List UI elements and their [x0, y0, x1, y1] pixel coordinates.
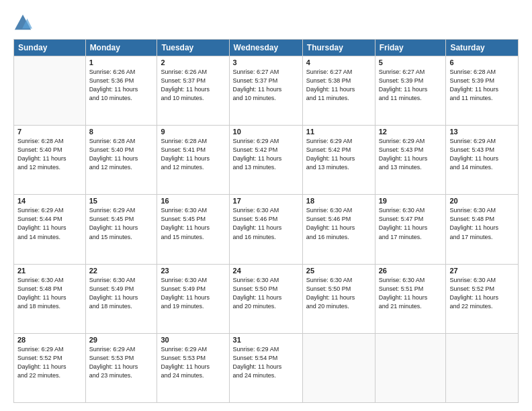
- day-info: Sunrise: 6:27 AM Sunset: 5:38 PM Dayligh…: [306, 68, 371, 103]
- day-info: Sunrise: 6:30 AM Sunset: 5:48 PM Dayligh…: [17, 276, 82, 311]
- day-number: 6: [449, 58, 515, 66]
- day-number: 3: [233, 58, 299, 66]
- day-info: Sunrise: 6:30 AM Sunset: 5:50 PM Dayligh…: [306, 276, 371, 311]
- header-thursday: Thursday: [302, 40, 375, 56]
- day-cell: 2Sunrise: 6:26 AM Sunset: 5:37 PM Daylig…: [157, 56, 229, 126]
- day-number: 4: [306, 58, 371, 66]
- day-number: 12: [379, 128, 443, 136]
- day-number: 14: [17, 197, 82, 205]
- day-info: Sunrise: 6:28 AM Sunset: 5:39 PM Dayligh…: [449, 68, 515, 103]
- header-monday: Monday: [85, 40, 157, 56]
- day-info: Sunrise: 6:29 AM Sunset: 5:45 PM Dayligh…: [89, 206, 154, 241]
- day-number: 21: [17, 267, 82, 275]
- day-cell: 3Sunrise: 6:27 AM Sunset: 5:37 PM Daylig…: [229, 56, 302, 126]
- day-info: Sunrise: 6:29 AM Sunset: 5:52 PM Dayligh…: [17, 345, 82, 380]
- day-info: Sunrise: 6:29 AM Sunset: 5:42 PM Dayligh…: [306, 137, 371, 172]
- day-info: Sunrise: 6:30 AM Sunset: 5:49 PM Dayligh…: [89, 276, 154, 311]
- day-info: Sunrise: 6:27 AM Sunset: 5:39 PM Dayligh…: [379, 68, 443, 103]
- day-info: Sunrise: 6:29 AM Sunset: 5:53 PM Dayligh…: [89, 345, 154, 380]
- day-cell: 1Sunrise: 6:26 AM Sunset: 5:36 PM Daylig…: [85, 56, 157, 126]
- day-cell: 28Sunrise: 6:29 AM Sunset: 5:52 PM Dayli…: [14, 333, 86, 402]
- day-number: 31: [233, 336, 299, 344]
- day-cell: [375, 333, 446, 402]
- day-number: 17: [233, 197, 299, 205]
- day-info: Sunrise: 6:30 AM Sunset: 5:46 PM Dayligh…: [306, 206, 371, 241]
- day-cell: 6Sunrise: 6:28 AM Sunset: 5:39 PM Daylig…: [446, 56, 519, 126]
- day-info: Sunrise: 6:29 AM Sunset: 5:54 PM Dayligh…: [233, 345, 299, 380]
- day-cell: 4Sunrise: 6:27 AM Sunset: 5:38 PM Daylig…: [302, 56, 375, 126]
- day-info: Sunrise: 6:26 AM Sunset: 5:36 PM Dayligh…: [89, 68, 154, 103]
- header-sunday: Sunday: [14, 40, 86, 56]
- day-number: 18: [306, 197, 371, 205]
- day-cell: 12Sunrise: 6:29 AM Sunset: 5:43 PM Dayli…: [375, 126, 446, 195]
- day-cell: 14Sunrise: 6:29 AM Sunset: 5:44 PM Dayli…: [14, 195, 86, 264]
- day-number: 30: [161, 336, 225, 344]
- day-cell: 30Sunrise: 6:29 AM Sunset: 5:53 PM Dayli…: [157, 333, 229, 402]
- calendar-table: SundayMondayTuesdayWednesdayThursdayFrid…: [13, 39, 519, 403]
- day-cell: 13Sunrise: 6:29 AM Sunset: 5:43 PM Dayli…: [446, 126, 519, 195]
- header-friday: Friday: [375, 40, 446, 56]
- logo: [13, 13, 35, 32]
- day-number: 20: [449, 197, 515, 205]
- day-number: 28: [17, 336, 82, 344]
- day-cell: 26Sunrise: 6:30 AM Sunset: 5:51 PM Dayli…: [375, 264, 446, 333]
- day-info: Sunrise: 6:29 AM Sunset: 5:42 PM Dayligh…: [233, 137, 299, 172]
- day-cell: 29Sunrise: 6:29 AM Sunset: 5:53 PM Dayli…: [85, 333, 157, 402]
- day-cell: 18Sunrise: 6:30 AM Sunset: 5:46 PM Dayli…: [302, 195, 375, 264]
- day-info: Sunrise: 6:30 AM Sunset: 5:49 PM Dayligh…: [161, 276, 225, 311]
- day-number: 9: [161, 128, 225, 136]
- day-cell: 19Sunrise: 6:30 AM Sunset: 5:47 PM Dayli…: [375, 195, 446, 264]
- day-cell: 9Sunrise: 6:28 AM Sunset: 5:41 PM Daylig…: [157, 126, 229, 195]
- day-cell: 7Sunrise: 6:28 AM Sunset: 5:40 PM Daylig…: [14, 126, 86, 195]
- day-info: Sunrise: 6:29 AM Sunset: 5:53 PM Dayligh…: [161, 345, 225, 380]
- day-cell: 15Sunrise: 6:29 AM Sunset: 5:45 PM Dayli…: [85, 195, 157, 264]
- day-cell: 5Sunrise: 6:27 AM Sunset: 5:39 PM Daylig…: [375, 56, 446, 126]
- day-info: Sunrise: 6:30 AM Sunset: 5:47 PM Dayligh…: [379, 206, 443, 241]
- day-info: Sunrise: 6:26 AM Sunset: 5:37 PM Dayligh…: [161, 68, 225, 103]
- day-cell: 23Sunrise: 6:30 AM Sunset: 5:49 PM Dayli…: [157, 264, 229, 333]
- day-number: 19: [379, 197, 443, 205]
- week-row-4: 21Sunrise: 6:30 AM Sunset: 5:48 PM Dayli…: [14, 264, 519, 333]
- day-info: Sunrise: 6:30 AM Sunset: 5:51 PM Dayligh…: [379, 276, 443, 311]
- day-info: Sunrise: 6:30 AM Sunset: 5:46 PM Dayligh…: [233, 206, 299, 241]
- day-number: 24: [233, 267, 299, 275]
- page: SundayMondayTuesdayWednesdayThursdayFrid…: [0, 0, 532, 411]
- day-info: Sunrise: 6:30 AM Sunset: 5:48 PM Dayligh…: [449, 206, 515, 241]
- day-cell: [446, 333, 519, 402]
- week-row-1: 1Sunrise: 6:26 AM Sunset: 5:36 PM Daylig…: [14, 56, 519, 126]
- day-cell: 21Sunrise: 6:30 AM Sunset: 5:48 PM Dayli…: [14, 264, 86, 333]
- day-cell: 11Sunrise: 6:29 AM Sunset: 5:42 PM Dayli…: [302, 126, 375, 195]
- header: [13, 11, 519, 32]
- day-info: Sunrise: 6:27 AM Sunset: 5:37 PM Dayligh…: [233, 68, 299, 103]
- week-row-5: 28Sunrise: 6:29 AM Sunset: 5:52 PM Dayli…: [14, 333, 519, 402]
- calendar-body: 1Sunrise: 6:26 AM Sunset: 5:36 PM Daylig…: [14, 56, 519, 403]
- day-info: Sunrise: 6:30 AM Sunset: 5:52 PM Dayligh…: [449, 276, 515, 311]
- day-cell: [14, 56, 86, 126]
- day-cell: 24Sunrise: 6:30 AM Sunset: 5:50 PM Dayli…: [229, 264, 302, 333]
- day-info: Sunrise: 6:29 AM Sunset: 5:43 PM Dayligh…: [379, 137, 443, 172]
- day-number: 11: [306, 128, 371, 136]
- day-cell: 20Sunrise: 6:30 AM Sunset: 5:48 PM Dayli…: [446, 195, 519, 264]
- day-info: Sunrise: 6:28 AM Sunset: 5:41 PM Dayligh…: [161, 137, 225, 172]
- week-row-3: 14Sunrise: 6:29 AM Sunset: 5:44 PM Dayli…: [14, 195, 519, 264]
- day-cell: 22Sunrise: 6:30 AM Sunset: 5:49 PM Dayli…: [85, 264, 157, 333]
- day-number: 13: [449, 128, 515, 136]
- day-info: Sunrise: 6:29 AM Sunset: 5:44 PM Dayligh…: [17, 206, 82, 241]
- calendar-header-row: SundayMondayTuesdayWednesdayThursdayFrid…: [14, 40, 519, 56]
- day-cell: 31Sunrise: 6:29 AM Sunset: 5:54 PM Dayli…: [229, 333, 302, 402]
- day-cell: 27Sunrise: 6:30 AM Sunset: 5:52 PM Dayli…: [446, 264, 519, 333]
- day-number: 16: [161, 197, 225, 205]
- day-info: Sunrise: 6:28 AM Sunset: 5:40 PM Dayligh…: [89, 137, 154, 172]
- logo-icon: [13, 13, 32, 32]
- day-number: 5: [379, 58, 443, 66]
- day-number: 1: [89, 58, 154, 66]
- header-saturday: Saturday: [446, 40, 519, 56]
- day-cell: 8Sunrise: 6:28 AM Sunset: 5:40 PM Daylig…: [85, 126, 157, 195]
- day-info: Sunrise: 6:30 AM Sunset: 5:50 PM Dayligh…: [233, 276, 299, 311]
- day-cell: 25Sunrise: 6:30 AM Sunset: 5:50 PM Dayli…: [302, 264, 375, 333]
- day-number: 22: [89, 267, 154, 275]
- day-number: 7: [17, 128, 82, 136]
- header-tuesday: Tuesday: [157, 40, 229, 56]
- day-cell: [302, 333, 375, 402]
- day-info: Sunrise: 6:29 AM Sunset: 5:43 PM Dayligh…: [449, 137, 515, 172]
